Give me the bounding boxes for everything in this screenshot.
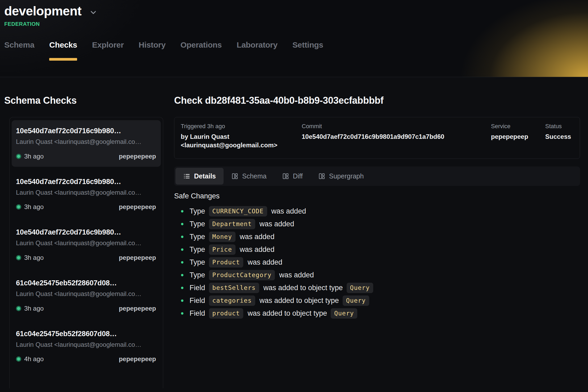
check-meta-row: 4h ago pepepepeep — [16, 355, 156, 363]
meta-commit: Commit 10e540d7aef72c0d716c9b9801a9d907c… — [302, 123, 491, 149]
change-suffix: was added — [240, 233, 275, 241]
meta-triggered-value: by Laurin Quast <laurinquast@googlemail.… — [181, 132, 302, 150]
check-time: 3h ago — [24, 153, 44, 160]
change-item: Type Department was added — [174, 218, 580, 230]
meta-status-value: Success — [545, 132, 573, 141]
tab-laboratory[interactable]: Laboratory — [237, 40, 278, 61]
bullet-icon — [181, 248, 183, 251]
change-prefix: Type — [190, 233, 205, 241]
check-title: Check db28f481-35aa-40b0-b8b9-303ecfabbb… — [174, 95, 580, 106]
change-suffix: was added — [259, 220, 294, 228]
check-time: 3h ago — [24, 305, 44, 312]
check-hash: 61c04e25475eb52f28607d08… — [16, 279, 156, 287]
tab-supergraph-label: Supergraph — [329, 172, 364, 180]
change-code-chip: product — [209, 308, 243, 319]
status-success-dot-icon — [16, 255, 21, 260]
tab-check-schema[interactable]: Schema — [224, 168, 274, 185]
status-success-dot-icon — [16, 204, 21, 210]
change-item: Field product was added to object type Q… — [174, 307, 580, 320]
tab-schema[interactable]: Schema — [4, 40, 34, 61]
change-code-chip: ProductCategory — [209, 270, 275, 280]
project-name: development — [4, 4, 82, 18]
tab-check-schema-label: Schema — [242, 172, 267, 180]
bullet-icon — [181, 236, 183, 238]
bullet-icon — [181, 287, 183, 289]
check-list-item[interactable]: 10e540d7aef72c0d716c9b980… Laurin Quast … — [12, 120, 161, 167]
change-prefix: Type — [190, 271, 205, 279]
change-item: Type Price was added — [174, 243, 580, 256]
check-list-item[interactable]: 10e540d7aef72c0d716c9b980… Laurin Quast … — [12, 222, 161, 268]
columns-icon — [231, 173, 238, 180]
check-hash: 10e540d7aef72c0d716c9b980… — [16, 228, 156, 236]
bullet-icon — [181, 274, 183, 276]
check-hash: 10e540d7aef72c0d716c9b980… — [16, 127, 156, 135]
columns-icon — [282, 173, 289, 180]
tab-details[interactable]: Details — [175, 168, 224, 185]
change-code-chip: bestSellers — [209, 283, 259, 293]
check-service: pepepepeep — [119, 305, 156, 312]
check-service: pepepepeep — [119, 355, 156, 363]
check-list-item[interactable]: 10e540d7aef72c0d716c9b980… Laurin Quast … — [12, 171, 161, 218]
check-service: pepepepeep — [119, 203, 156, 211]
check-list-item[interactable]: 61c04e25475eb52f28607d08… Laurin Quast <… — [12, 272, 161, 319]
change-code-chip: categories — [209, 295, 255, 306]
change-code-chip: CURRENCY_CODE — [209, 206, 267, 216]
meta-triggered-email: <laurinquast@googlemail.com> — [181, 141, 302, 149]
bullet-icon — [181, 299, 183, 302]
content-area: Schema Checks 10e540d7aef72c0d716c9b980…… — [0, 77, 588, 392]
check-hash: 61c04e25475eb52f28607d08… — [16, 330, 156, 338]
tab-history[interactable]: History — [139, 40, 166, 61]
check-meta-row: 3h ago pepepepeep — [16, 305, 156, 312]
check-author: Laurin Quast <laurinquast@googlemail.co… — [16, 189, 156, 196]
tab-settings[interactable]: Settings — [292, 40, 323, 61]
check-service: pepepepeep — [119, 254, 156, 261]
change-suffix: was added — [247, 258, 282, 266]
check-author: Laurin Quast <laurinquast@googlemail.co… — [16, 290, 156, 298]
check-list-item[interactable]: 61c04e25475eb52f28607d08… Laurin Quast <… — [12, 323, 161, 370]
meta-commit-label: Commit — [302, 123, 491, 130]
change-code-chip: Product — [209, 257, 243, 268]
columns-icon — [318, 173, 325, 180]
change-prefix: Type — [190, 258, 205, 266]
page-header: development FEDERATION Schema Checks Exp… — [0, 0, 588, 77]
change-code-chip: Query — [347, 283, 373, 293]
change-item: Type Money was added — [174, 230, 580, 243]
chevron-down-icon[interactable] — [89, 8, 98, 17]
change-suffix: was added to object type — [259, 297, 339, 305]
tab-details-label: Details — [194, 172, 216, 180]
change-suffix: was added — [279, 271, 314, 279]
meta-service-label: Service — [491, 123, 545, 130]
check-time: 3h ago — [24, 254, 44, 261]
tab-operations[interactable]: Operations — [180, 40, 222, 61]
tab-checks[interactable]: Checks — [49, 40, 77, 61]
tab-diff[interactable]: Diff — [274, 168, 310, 185]
meta-triggered: Triggered 3h ago by Laurin Quast <laurin… — [181, 123, 302, 149]
change-prefix: Field — [190, 284, 205, 292]
bullet-icon — [181, 261, 183, 264]
check-meta-row: 3h ago pepepepeep — [16, 203, 156, 211]
meta-service: Service pepepepeep — [491, 123, 545, 149]
check-time: 3h ago — [24, 203, 44, 211]
safe-changes-title: Safe Changes — [174, 192, 580, 200]
tab-explorer[interactable]: Explorer — [92, 40, 124, 61]
change-item: Type CURRENCY_CODE was added — [174, 205, 580, 218]
change-code-chip: Query — [331, 308, 357, 319]
check-meta-card: Triggered 3h ago by Laurin Quast <laurin… — [174, 117, 580, 159]
app-root: development FEDERATION Schema Checks Exp… — [0, 0, 588, 392]
list-icon — [183, 173, 190, 180]
change-prefix: Type — [190, 207, 205, 215]
change-prefix: Type — [190, 220, 205, 228]
project-type-badge: FEDERATION — [4, 21, 588, 27]
status-success-dot-icon — [16, 154, 21, 159]
change-prefix: Type — [190, 245, 205, 254]
main-tabs: Schema Checks Explorer History Operation… — [4, 40, 588, 61]
meta-triggered-label: Triggered 3h ago — [181, 123, 302, 130]
meta-status: Status Success — [545, 123, 573, 149]
tab-supergraph[interactable]: Supergraph — [310, 168, 372, 185]
check-details-panel: Check db28f481-35aa-40b0-b8b9-303ecfabbb… — [163, 77, 588, 392]
status-success-dot-icon — [16, 356, 21, 362]
change-code-chip: Price — [209, 244, 236, 255]
check-author: Laurin Quast <laurinquast@googlemail.co… — [16, 341, 156, 348]
meta-commit-value: 10e540d7aef72c0d716c9b9801a9d907c1a7bd60 — [302, 132, 491, 141]
change-item: Type Product was added — [174, 256, 580, 269]
